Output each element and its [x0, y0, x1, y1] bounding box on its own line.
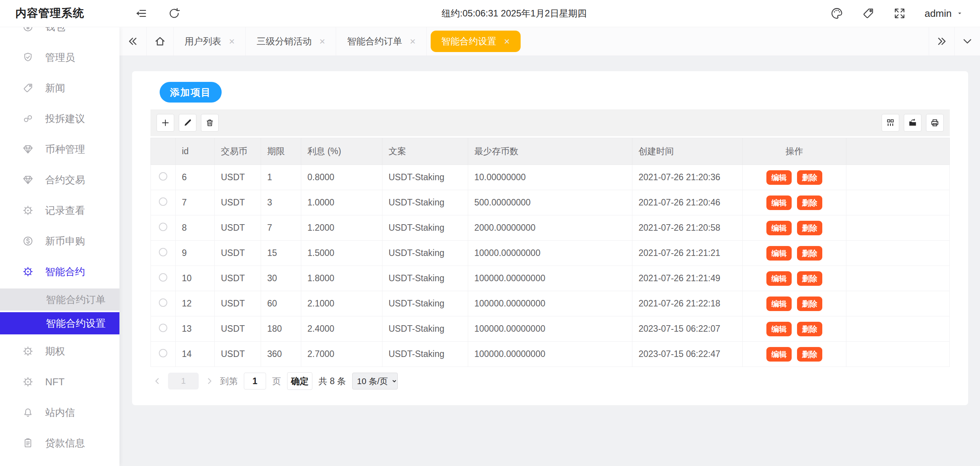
sidebar-item[interactable]: 合约交易: [0, 165, 119, 195]
table-cell: 360: [261, 342, 301, 367]
delete-button[interactable]: 删除: [797, 170, 822, 185]
fullscreen-icon[interactable]: [893, 7, 906, 20]
next-page-icon[interactable]: [205, 376, 214, 386]
edit-button[interactable]: 编辑: [766, 347, 792, 362]
sidebar-item-label: 币种管理: [45, 143, 85, 156]
sidebar-item[interactable]: 管理员: [0, 42, 119, 73]
radio-button[interactable]: [159, 172, 167, 181]
gear-icon: [22, 345, 34, 357]
radio-button[interactable]: [159, 223, 167, 231]
print-button[interactable]: [926, 114, 944, 132]
row-actions-cell: 编辑删除: [743, 342, 846, 367]
tabs-menu-icon[interactable]: [954, 27, 980, 55]
table-cell: USDT: [215, 291, 261, 316]
table-cell: USDT-Staking: [382, 190, 468, 215]
add-item-button[interactable]: 添加项目: [160, 82, 222, 103]
theme-palette-icon[interactable]: [830, 7, 843, 20]
column-header: 操作: [743, 138, 846, 165]
delete-row-button[interactable]: [201, 114, 219, 132]
tab-label: 用户列表: [185, 35, 221, 47]
tab[interactable]: 用户列表×: [174, 27, 246, 55]
sidebar-item[interactable]: 币种管理: [0, 134, 119, 165]
sidebar-item[interactable]: 智能合约订单: [0, 288, 119, 311]
clipboard-icon: [22, 437, 34, 449]
refresh-icon[interactable]: [168, 7, 181, 20]
edit-button[interactable]: 编辑: [766, 246, 792, 261]
radio-button[interactable]: [159, 349, 167, 357]
close-tab-icon[interactable]: ×: [319, 36, 325, 46]
edit-button[interactable]: 编辑: [766, 271, 792, 286]
tab[interactable]: 三级分销活动×: [246, 27, 336, 55]
edit-row-button[interactable]: [179, 114, 196, 132]
delete-button[interactable]: 删除: [797, 246, 822, 261]
row-select-cell: [151, 165, 176, 190]
table-cell: USDT-Staking: [382, 215, 468, 241]
edit-button[interactable]: 编辑: [766, 196, 792, 210]
close-tab-icon[interactable]: ×: [410, 36, 415, 46]
table-row: 8USDT71.2000USDT-Staking2000.00000000202…: [151, 215, 950, 241]
delete-button[interactable]: 删除: [797, 297, 822, 311]
topbar: 内容管理系统 纽约:05:06:31 2025年1月2日星期四 admin: [0, 0, 980, 27]
table-cell: 14: [176, 342, 215, 367]
radio-button[interactable]: [159, 298, 167, 307]
table-cell: 30: [261, 266, 301, 291]
delete-button[interactable]: 删除: [797, 271, 822, 286]
tag-icon[interactable]: [862, 7, 875, 20]
row-filler: [846, 342, 950, 367]
current-page[interactable]: 1: [168, 373, 199, 389]
panel-card: 添加项目 id交易币期限利息 (%)文案最少存: [132, 71, 968, 405]
sidebar-item[interactable]: NFT: [0, 367, 119, 397]
table-cell: 7: [261, 215, 301, 241]
sidebar-item[interactable]: 期权: [0, 336, 119, 367]
sidebar-item[interactable]: 钱包: [0, 27, 119, 42]
tab[interactable]: 智能合约设置×: [431, 31, 521, 52]
home-tab-icon[interactable]: [147, 27, 174, 55]
table-row: 7USDT31.0000USDT-Staking500.000000002021…: [151, 190, 950, 215]
radio-button[interactable]: [159, 197, 167, 206]
table-cell: 3: [261, 190, 301, 215]
collapse-sidebar-icon[interactable]: [135, 7, 148, 20]
user-menu[interactable]: admin: [924, 8, 963, 20]
table-cell: 100000.00000000: [468, 291, 632, 316]
gem-icon: [22, 174, 34, 186]
delete-button[interactable]: 删除: [797, 322, 822, 336]
export-button[interactable]: [904, 114, 921, 132]
delete-button[interactable]: 删除: [797, 196, 822, 210]
add-row-button[interactable]: [157, 114, 174, 132]
sidebar-item[interactable]: 记录查看: [0, 195, 119, 226]
sidebar-item[interactable]: 投拆建议: [0, 103, 119, 134]
edit-button[interactable]: 编辑: [766, 221, 792, 235]
radio-button[interactable]: [159, 273, 167, 282]
sidebar-item-label: 站内信: [45, 406, 75, 419]
page-size-select[interactable]: 10 条/页: [352, 373, 398, 389]
edit-button[interactable]: 编辑: [766, 170, 792, 185]
close-tab-icon[interactable]: ×: [229, 36, 235, 46]
row-actions-cell: 编辑删除: [743, 241, 846, 266]
sidebar-item[interactable]: 智能合约: [0, 256, 119, 287]
table-toolbar: [150, 109, 950, 136]
sidebar-item-label: 投拆建议: [45, 112, 85, 125]
edit-button[interactable]: 编辑: [766, 297, 792, 311]
prev-page-icon[interactable]: [153, 376, 162, 386]
sidebar-item[interactable]: 贷款信息: [0, 428, 119, 458]
tab[interactable]: 智能合约订单×: [336, 27, 426, 55]
tabs-scroll-left-icon[interactable]: [119, 27, 147, 55]
delete-button[interactable]: 删除: [797, 221, 822, 235]
sidebar-item[interactable]: 新闻: [0, 73, 119, 103]
wallet-icon: [22, 27, 34, 33]
sidebar-item[interactable]: 智能合约设置: [0, 312, 119, 334]
sidebar-item[interactable]: 站内信: [0, 397, 119, 428]
radio-button[interactable]: [159, 324, 167, 332]
columns-filter-button[interactable]: [882, 114, 899, 132]
sidebar-item[interactable]: 新币申购: [0, 226, 119, 256]
radio-button[interactable]: [159, 248, 167, 256]
table-cell: 1.2000: [301, 215, 382, 241]
delete-button[interactable]: 删除: [797, 347, 822, 362]
table-cell: 0.8000: [301, 165, 382, 190]
edit-button[interactable]: 编辑: [766, 322, 792, 336]
close-tab-icon[interactable]: ×: [504, 36, 510, 46]
goto-page-input[interactable]: [244, 373, 266, 389]
sidebar-item-label: 贷款信息: [45, 437, 85, 450]
tabs-scroll-right-icon[interactable]: [929, 27, 954, 55]
confirm-page-button[interactable]: 确定: [287, 372, 312, 390]
